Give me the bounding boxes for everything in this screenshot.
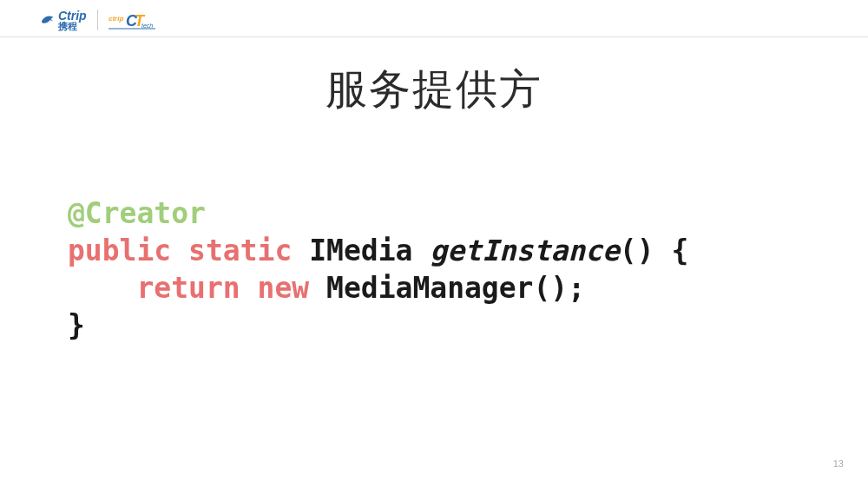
kw-static: static [188, 234, 292, 267]
annotation-creator: @Creator [68, 196, 206, 230]
code-line-1: @Creator [68, 195, 868, 233]
code-line-3: return new MediaManager(); [68, 270, 868, 307]
dolphin-icon [39, 12, 55, 28]
call-mediamanager: MediaManager(); [326, 271, 585, 305]
svg-text:tech: tech [141, 23, 153, 29]
ctrip-logo: Ctrip 携程 [39, 10, 87, 31]
kw-return: return [136, 271, 240, 305]
ctrip-logo-main: Ctrip [58, 10, 87, 22]
page-number: 13 [833, 458, 844, 469]
kw-public: public [68, 234, 171, 267]
code-line-4: } [68, 307, 868, 345]
kw-new: new [258, 271, 310, 305]
ctriptech-logo: ctrip C T tech [108, 9, 155, 31]
indent [68, 271, 136, 305]
header-bar: Ctrip 携程 ctrip C T tech [0, 0, 868, 37]
ctriptech-icon: ctrip C T tech [108, 9, 155, 31]
code-block: @Creator public static IMedia getInstanc… [68, 195, 868, 345]
code-line-2: public static IMedia getInstance() { [68, 233, 868, 270]
logo-divider [97, 10, 98, 30]
type-imedia: IMedia [309, 234, 412, 267]
slide-title: 服务提供方 [0, 62, 868, 117]
svg-text:ctrip: ctrip [108, 15, 123, 23]
ctrip-logo-text: Ctrip 携程 [58, 10, 87, 31]
ctrip-logo-cn: 携程 [58, 22, 87, 31]
line2-tail: () { [620, 234, 688, 267]
method-getinstance: getInstance [430, 234, 620, 267]
